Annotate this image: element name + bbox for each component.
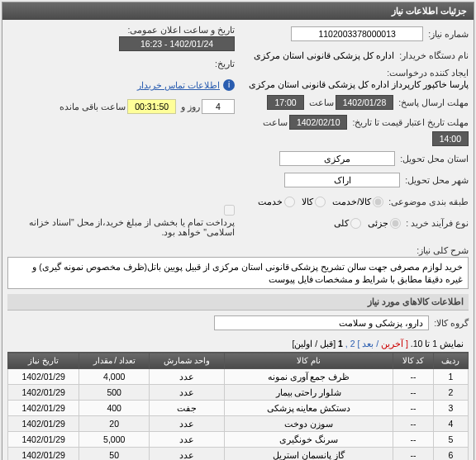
subject-radio-group: کالا/خدمت کالا خدمت [258,197,383,207]
table-cell: 1402/01/29 [8,432,79,448]
province-value: مرکزی [279,151,395,166]
table-cell: عدد [149,416,224,432]
pager-first: [قبل / اولین] [293,339,336,349]
table-row[interactable]: 1--ظرف جمع آوری نمونهعدد4,0001402/01/29 [8,369,469,385]
valid-date-value: 1402/02/10 [289,115,348,130]
table-cell: ظرف جمع آوری نمونه [225,369,393,385]
table-cell: شلوار راحتی بیمار [225,385,393,401]
remaining-label: ساعت باقی مانده [60,102,126,111]
table-cell: 1402/01/29 [8,369,79,385]
table-cell: -- [393,432,433,448]
pager-prefix: نمایش 1 تا 10. [411,339,464,349]
general-desc-label: شرح کلی نیاز: [402,245,469,255]
purchase-type-label: نوع فرآیند خرید : [406,218,469,228]
jozei-radio [390,218,401,229]
table-cell: گاز پانسمان استریل [225,448,393,460]
table-cell: -- [393,416,433,432]
table-row[interactable]: 5--سرنگ خونگیریعدد5,0001402/01/29 [8,432,469,448]
pager-page2-link[interactable]: 2 , [345,339,355,349]
table-cell: -- [393,369,433,385]
table-cell: عدد [149,432,224,448]
public-date-value: 1402/01/24 - 16:23 [119,36,235,51]
subject-cat-label: طبقه بندی موضوعی: [388,197,469,206]
table-header: نام کالا [225,353,393,369]
section-kala-header: اطلاعات کالاهای مورد نیاز [7,294,469,311]
table-cell: عدد [149,369,224,385]
pager-last-link[interactable]: [ آخرین / بعد ] [357,339,407,349]
table-cell: 1402/01/29 [8,448,79,460]
table-cell: -- [393,401,433,416]
table-cell: 3 [433,401,468,416]
jozei-label: جزئی [368,218,388,228]
table-cell: 4,000 [79,369,150,385]
table-cell: دستکش معاینه پزشکی [225,401,393,416]
table-row[interactable]: 2--شلوار راحتی بیمارعدد5001402/01/29 [8,385,469,401]
table-cell: 1 [433,369,468,385]
countdown-value: 00:31:50 [127,99,176,114]
table-cell: 1402/01/29 [8,416,79,432]
table-cell: عدد [149,448,224,460]
pager-current: 1 [338,339,343,349]
kala-radio [315,197,326,207]
table-cell: -- [393,385,433,401]
koli-radio [350,218,361,229]
table-cell: 5 [433,432,468,448]
public-date-label: تاریخ و ساعت اعلان عمومی: [127,25,235,35]
table-cell: سرنگ خونگیری [225,432,393,448]
table-header: واحد شمارش [149,353,224,369]
table-header: ردیف [433,353,468,369]
requester-value: پارسا خاکپور کارپرداز اداره کل پزشکی قان… [249,79,469,90]
general-desc-value: خرید لوازم مصرفی جهت سالن تشریح پزشکی قا… [7,257,469,289]
buyer-org-value: اداره کل پزشکی قانونی استان مرکزی [254,50,394,61]
valid-from-label: مهلت تاریخ اعتبار قیمت تا تاریخ: [352,117,469,127]
table-cell: 20 [79,416,150,432]
table-cell: 4 [433,416,468,432]
info-icon[interactable]: i [223,79,235,91]
table-cell: عدد [149,385,224,401]
table-cell: 500 [79,385,150,401]
kala-group-value: دارو، پزشکی و سلامت [214,315,429,330]
treasury-checkbox [224,205,235,216]
khedmat-label: خدمت [258,197,283,206]
contact-link[interactable]: اطلاعات تماس خریدار [137,80,220,90]
table-cell: 50 [79,448,150,460]
table-cell: 1402/01/29 [8,401,79,416]
niaz-number-value: 1102003378000013 [291,26,423,41]
reply-days-value: 4 [202,99,235,114]
reply-time-value: 17:00 [267,95,303,110]
table-header: تاریخ نیاز [8,353,79,369]
reply-deadline-label: مهلت ارسال پاسخ: [398,97,469,107]
niaz-number-label: شماره نیاز: [428,29,469,39]
kala-group-label: گروه کالا: [434,318,469,328]
pager: نمایش 1 تا 10. [ آخرین / بعد ] 2 , 1 [قب… [7,335,469,352]
table-cell: سوزن دوخت [225,416,393,432]
valid-time-label: ساعت [263,117,288,127]
purchase-radio-group: جزئی کلی [334,218,401,229]
reply-date-value: 1402/01/28 [336,95,394,110]
city-value: اراک [284,173,400,187]
table-cell: 400 [79,401,150,416]
table-header: کد کالا [393,353,433,369]
table-header: تعداد / مقدار [79,353,150,369]
table-row[interactable]: 6--گاز پانسمان استریلعدد501402/01/29 [8,448,469,460]
panel-title: جزئیات اطلاعات نیاز [2,2,474,20]
khedmat-radio [284,197,295,207]
koli-label: کلی [334,218,349,228]
province-label: استان محل تحویل: [400,154,469,164]
city-label: شهر محل تحویل: [405,175,469,185]
kala-khedmat-label: کالا/خدمت [332,197,371,206]
purchase-note: پرداخت تمام یا بخشی از مبلغ خرید،از محل … [11,217,235,237]
days-and-label: روز و [181,102,200,111]
kala-label: کالا [302,197,313,206]
valid-time-value: 14:00 [432,131,469,146]
reply-time-label: ساعت [309,97,334,107]
table-cell: 1402/01/29 [8,385,79,401]
buyer-org-label: نام دستگاه خریدار: [399,50,469,60]
table-cell: 2 [433,385,468,401]
requester-label: ایجاد کننده درخواست: [387,68,469,78]
table-cell: جفت [149,401,224,416]
table-row[interactable]: 3--دستکش معاینه پزشکیجفت4001402/01/29 [8,401,469,416]
table-row[interactable]: 4--سوزن دوختعدد201402/01/29 [8,416,469,432]
table-cell: 5,000 [79,432,150,448]
items-table: ردیفکد کالانام کالاواحد شمارشتعداد / مقد… [7,352,469,460]
